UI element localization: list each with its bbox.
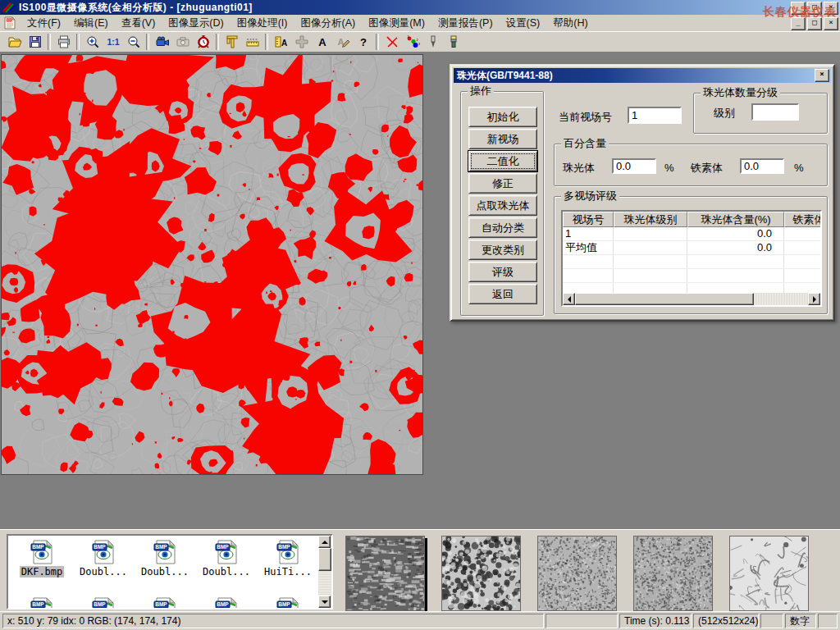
video-camera-button[interactable] — [152, 33, 172, 51]
scroll-thumb[interactable] — [318, 548, 331, 571]
operation-button[interactable]: 自动分类 — [468, 217, 537, 238]
menu-item[interactable]: 测量报告(P) — [431, 17, 500, 29]
file-item[interactable]: BMPDKF.bmp — [11, 539, 72, 578]
svg-text:3: 3 — [418, 42, 420, 46]
table-column-header[interactable]: 视场号 — [563, 212, 614, 227]
print-icon — [57, 34, 71, 49]
file-v-scrollbar[interactable] — [318, 536, 331, 608]
operation-button[interactable]: 评级 — [468, 262, 537, 282]
operation-button[interactable]: 更改类别 — [468, 240, 537, 260]
print-button[interactable] — [53, 33, 74, 51]
brush-button[interactable] — [443, 33, 463, 51]
gallery-thumbnail[interactable] — [345, 536, 425, 611]
move-cross-button[interactable] — [291, 33, 312, 51]
minimize-button[interactable]: _ — [791, 2, 806, 15]
pearlite-percent-input[interactable] — [612, 158, 656, 174]
file-name[interactable]: HuiTi... — [262, 566, 313, 578]
scroll-thumb[interactable] — [575, 293, 754, 305]
table-row[interactable]: 10.0 — [563, 227, 820, 241]
file-item[interactable]: BMPHuiTi... — [258, 539, 318, 578]
ruler-button[interactable] — [242, 33, 262, 51]
actual-size-button[interactable]: 1:1 — [103, 33, 123, 51]
file-item[interactable]: BMP — [11, 596, 72, 609]
grade-input[interactable] — [751, 103, 799, 121]
rating-table[interactable]: 视场号珠光体级别珠光体含量(%)铁素体 10.0平均值0.0 — [561, 210, 822, 307]
file-name[interactable]: DKF.bmp — [20, 566, 65, 578]
mode-status: 数字 — [785, 614, 816, 628]
svg-text:BMP: BMP — [155, 601, 167, 607]
menu-item[interactable]: 查看(V) — [115, 17, 162, 29]
save-button[interactable] — [25, 33, 45, 51]
menu-item[interactable]: 编辑(E) — [67, 17, 115, 29]
file-name[interactable]: Doubl... — [201, 566, 252, 578]
table-column-header[interactable]: 珠光体级别 — [614, 212, 687, 227]
gallery-thumbnail[interactable] — [537, 536, 617, 611]
zoom-in-button[interactable] — [82, 33, 103, 51]
operation-button[interactable]: 修正 — [468, 173, 537, 194]
current-field-input[interactable] — [628, 107, 682, 124]
restore-button[interactable]: □ — [807, 2, 822, 15]
child-restore-button[interactable]: □ — [807, 17, 822, 30]
close-button[interactable]: × — [824, 2, 838, 15]
classify-balls-button[interactable]: 123 — [402, 33, 422, 51]
table-cell — [614, 227, 687, 240]
delete-curve-button[interactable] — [381, 33, 402, 51]
file-browser[interactable]: BMPDKF.bmpBMPDoubl...BMPDoubl...BMPDoubl… — [7, 534, 333, 609]
gallery-thumbnail[interactable] — [633, 536, 713, 611]
operation-button[interactable]: 新视场 — [468, 129, 537, 149]
menu-item[interactable]: 设置(S) — [500, 17, 547, 29]
file-item[interactable]: BMP — [135, 596, 195, 609]
dialog-close-button[interactable]: × — [815, 69, 829, 82]
scroll-down-button[interactable] — [318, 596, 331, 608]
scroll-up-button[interactable] — [318, 536, 331, 548]
operation-button[interactable]: 初始化 — [468, 107, 537, 127]
operations-group-label: 操作 — [468, 85, 494, 97]
timer-button[interactable] — [193, 33, 213, 51]
file-name[interactable]: Doubl... — [78, 566, 129, 578]
table-column-header[interactable]: 铁素体 — [784, 212, 822, 227]
ferrite-percent-input[interactable] — [740, 158, 784, 174]
scroll-track[interactable] — [318, 571, 331, 596]
scroll-track[interactable] — [754, 293, 808, 305]
caliper-button[interactable] — [221, 33, 242, 51]
open-folder-button[interactable] — [4, 33, 25, 51]
file-item[interactable]: BMPDoubl... — [135, 539, 195, 578]
child-close-button[interactable]: × — [824, 17, 838, 30]
file-name[interactable]: Doubl... — [139, 566, 190, 578]
menu-item[interactable]: 帮助(H) — [546, 17, 594, 29]
operation-button[interactable]: 二值化 — [468, 151, 537, 171]
table-column-header[interactable]: 珠光体含量(%) — [687, 212, 784, 227]
table-row[interactable] — [563, 269, 820, 283]
micrograph-image[interactable] — [2, 55, 422, 474]
scroll-right-button[interactable] — [808, 293, 820, 305]
pen-button[interactable] — [422, 33, 443, 51]
file-item[interactable]: BMPDoubl... — [196, 539, 257, 578]
zoom-out-button[interactable] — [123, 33, 144, 51]
percent-group-label: 百分含量 — [561, 138, 609, 149]
dialog-title-bar[interactable]: 珠光体(GB/T9441-88) × — [454, 68, 831, 83]
child-minimize-button[interactable]: _ — [791, 17, 806, 30]
gallery-thumbnail[interactable] — [729, 536, 809, 611]
annotate-button[interactable]: A — [332, 33, 353, 51]
menu-item[interactable]: 图像测量(M) — [362, 17, 431, 29]
photo-camera-button[interactable] — [172, 33, 193, 51]
measure-text-button[interactable]: A — [271, 33, 291, 51]
help-button[interactable]: ? — [353, 33, 373, 51]
file-item[interactable]: BMPDoubl... — [73, 539, 134, 578]
file-item[interactable]: BMP — [258, 596, 318, 609]
text-button[interactable]: A — [312, 33, 332, 51]
menu-item[interactable]: 文件(F) — [21, 17, 67, 29]
table-h-scrollbar[interactable] — [563, 293, 820, 305]
table-row[interactable] — [563, 255, 820, 269]
toolbar-separator — [48, 34, 51, 50]
menu-item[interactable]: 图像分析(A) — [294, 17, 362, 29]
scroll-left-button[interactable] — [563, 293, 575, 305]
file-item[interactable]: BMP — [196, 596, 257, 609]
operation-button[interactable]: 返回 — [468, 284, 537, 304]
gallery-thumbnail[interactable] — [441, 536, 521, 611]
operation-button[interactable]: 点取珠光体 — [468, 195, 537, 216]
menu-item[interactable]: 图像处理(I) — [231, 17, 294, 29]
menu-item[interactable]: 图像显示(D) — [162, 17, 230, 29]
file-item[interactable]: BMP — [73, 596, 134, 609]
table-row[interactable]: 平均值0.0 — [563, 241, 820, 255]
